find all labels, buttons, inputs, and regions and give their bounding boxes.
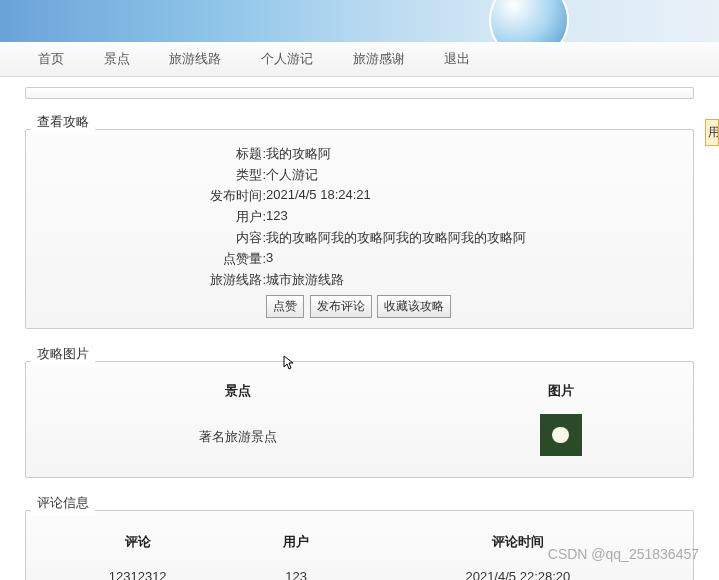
value-type: 个人游记 — [266, 166, 318, 184]
value-route: 城市旅游线路 — [266, 271, 344, 289]
watermark: CSDN @qq_251836457 — [548, 546, 699, 562]
spacer-bar — [25, 87, 694, 99]
label-title: 标题: — [36, 145, 266, 163]
comment-header-text: 评论 — [38, 525, 237, 559]
nav-logout[interactable]: 退出 — [426, 42, 488, 76]
label-content: 内容: — [36, 229, 266, 247]
label-type: 类型: — [36, 166, 266, 184]
images-title: 攻略图片 — [31, 341, 95, 367]
globe-graphic — [489, 0, 569, 42]
nav-spots[interactable]: 景点 — [86, 42, 148, 76]
comments-title: 评论信息 — [31, 490, 95, 516]
img-header-pic: 图片 — [441, 376, 681, 406]
value-user: 123 — [266, 208, 288, 226]
value-likes: 3 — [266, 250, 273, 268]
nav-thanks[interactable]: 旅游感谢 — [335, 42, 423, 76]
label-pubtime: 发布时间: — [36, 187, 266, 205]
strategy-image-thumb[interactable] — [540, 414, 582, 456]
comment-user: 123 — [239, 561, 352, 580]
comments-section: 评论信息 评论 用户 评论时间 12312312 123 2021/4/5 22… — [25, 490, 694, 580]
value-title: 我的攻略阿 — [266, 145, 331, 163]
comment-row: 12312312 123 2021/4/5 22:28:20 — [38, 561, 681, 580]
view-strategy-section: 查看攻略 标题:我的攻略阿 类型:个人游记 发布时间:2021/4/5 18:2… — [25, 109, 694, 329]
value-pubtime: 2021/4/5 18:24:21 — [266, 187, 371, 205]
label-route: 旅游线路: — [36, 271, 266, 289]
label-user: 用户: — [36, 208, 266, 226]
like-button[interactable]: 点赞 — [266, 295, 304, 318]
img-header-spot: 景点 — [38, 376, 439, 406]
img-row-spot: 著名旅游景点 — [38, 408, 439, 465]
comment-time: 2021/4/5 22:28:20 — [355, 561, 681, 580]
header-banner — [0, 0, 719, 42]
nav-routes[interactable]: 旅游线路 — [151, 42, 239, 76]
nav-journal[interactable]: 个人游记 — [243, 42, 331, 76]
label-likes: 点赞量: — [36, 250, 266, 268]
view-strategy-title: 查看攻略 — [31, 109, 95, 135]
value-content: 我的攻略阿我的攻略阿我的攻略阿我的攻略阿 — [266, 229, 526, 247]
side-panel-title: 用 — [708, 125, 719, 139]
comment-text: 12312312 — [38, 561, 237, 580]
side-panel: 用 — [705, 119, 719, 146]
comment-header-user: 用户 — [239, 525, 352, 559]
images-section: 攻略图片 景点 图片 著名旅游景点 — [25, 341, 694, 478]
publish-comment-button[interactable]: 发布评论 — [310, 295, 372, 318]
nav-home[interactable]: 首页 — [20, 42, 82, 76]
favorite-button[interactable]: 收藏该攻略 — [377, 295, 451, 318]
main-nav: 首页 景点 旅游线路 个人游记 旅游感谢 退出 — [0, 42, 719, 77]
